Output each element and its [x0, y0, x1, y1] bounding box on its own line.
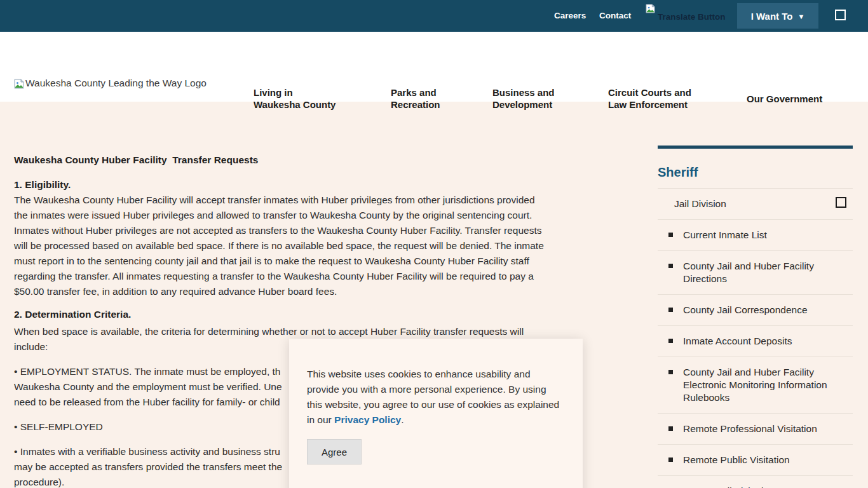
sidebar-item-jail-division[interactable]: Jail Division: [658, 189, 853, 220]
sidebar-item-county-jail-visitation[interactable]: County Jail Visitation: [658, 476, 853, 488]
translate-alt-text: Translate Button: [658, 12, 726, 22]
paragraph-line: Waukesha County and the employment must …: [14, 379, 282, 395]
nav-living-in-waukesha-county[interactable]: Living in Waukesha County: [254, 86, 336, 111]
careers-link[interactable]: Careers: [554, 11, 586, 20]
sidebar-accent-bar: [658, 146, 853, 149]
site-logo[interactable]: Waukesha County Leading the Way Logo: [14, 78, 207, 89]
cookie-message-period: .: [401, 414, 403, 425]
translate-button[interactable]: Translate Button: [646, 3, 727, 29]
eligibility-heading: 1. Eligibility.: [14, 179, 71, 191]
paragraph-line: procedure).: [14, 475, 282, 488]
cookie-consent-dialog: This website uses cookies to enhance usa…: [289, 339, 583, 488]
square-bullet-icon: [668, 264, 673, 268]
cookie-message: This website uses cookies to enhance usa…: [307, 367, 560, 428]
page-title: Waukesha County Huber Facility Transfer …: [14, 154, 258, 166]
square-bullet-icon: [668, 308, 673, 312]
logo-alt-text: Waukesha County Leading the Way Logo: [25, 78, 207, 89]
square-bullet-icon: [668, 233, 673, 237]
privacy-policy-link[interactable]: Privacy Policy: [334, 414, 401, 425]
broken-image-icon: [646, 4, 655, 13]
sidebar-item-inmate-account-deposits[interactable]: Inmate Account Deposits: [658, 326, 853, 357]
sidebar-item-jail-huber-directions[interactable]: County Jail and Huber Facility Direction…: [658, 251, 853, 295]
sidebar-item-electronic-monitoring-rulebooks[interactable]: County Jail and Huber Facility Electroni…: [658, 357, 853, 414]
agree-button[interactable]: Agree: [307, 439, 362, 464]
site-header: Waukesha County Leading the Way Logo Liv…: [0, 32, 868, 102]
sidebar-item-label: County Jail and Huber Facility Electroni…: [683, 367, 827, 403]
paragraph-line: • EMPLOYMENT STATUS. The inmate must be …: [14, 364, 282, 379]
sidebar-item-label: Jail Division: [674, 198, 726, 209]
sidebar-heading: Sheriff: [658, 165, 853, 180]
paragraph-line: Inmates without Huber privileges are not…: [14, 223, 544, 238]
chevron-down-icon: ▼: [797, 13, 804, 20]
sidebar-item-remote-public-visitation[interactable]: Remote Public Visitation: [658, 445, 853, 476]
business-activity-bullet: • Inmates with a verifiable business act…: [14, 444, 282, 488]
nav-business-and-development[interactable]: Business and Development: [492, 86, 555, 111]
sidebar-item-label: Inmate Account Deposits: [683, 336, 792, 346]
square-bullet-icon: [668, 339, 673, 343]
paragraph-line: The Waukesha County Huber Facility will …: [14, 193, 544, 208]
search-icon[interactable]: [835, 10, 846, 20]
sidebar-item-label: Remote Professional Visitation: [683, 423, 817, 434]
sidebar-item-label: Current Inmate List: [683, 229, 767, 240]
eligibility-paragraph: The Waukesha County Huber Facility will …: [14, 193, 544, 299]
paragraph-line: When bed space is available, the criteri…: [14, 324, 524, 339]
paragraph-line: may be accepted as transfers provided th…: [14, 459, 282, 475]
top-utility-bar: Careers Contact Translate Button I Want …: [0, 0, 868, 32]
expand-toggle-icon[interactable]: [836, 197, 846, 208]
i-want-to-button[interactable]: I Want To ▼: [737, 3, 818, 29]
sidebar-item-label: Remote Public Visitation: [683, 454, 790, 465]
sheriff-sidebar: Sheriff Jail Division Current Inmate Lis…: [658, 146, 853, 488]
paragraph-line: • Inmates with a verifiable business act…: [14, 444, 282, 459]
nav-circuit-courts-and-law-enforcement[interactable]: Circuit Courts and Law Enforcement: [608, 86, 691, 111]
sidebar-item-remote-professional-visitation[interactable]: Remote Professional Visitation: [658, 414, 853, 445]
paragraph-line: $50.00 transfer fee, in addition to any …: [14, 284, 544, 299]
sidebar-item-label: County Jail and Huber Facility Direction…: [683, 261, 814, 284]
square-bullet-icon: [668, 458, 673, 462]
square-bullet-icon: [668, 426, 673, 431]
employment-status-bullet: • EMPLOYMENT STATUS. The inmate must be …: [14, 364, 282, 410]
paragraph-line: regarding the transfer. All inmates requ…: [14, 269, 544, 284]
contact-link[interactable]: Contact: [599, 11, 631, 20]
paragraph-line: the inmates were issued Huber privileges…: [14, 208, 544, 223]
sidebar-nav-list: Jail Division Current Inmate List County…: [658, 188, 853, 488]
sidebar-item-label: County Jail Visitation: [683, 485, 775, 488]
self-employed-bullet: • SELF-EMPLOYED: [14, 419, 103, 435]
determination-criteria-heading: 2. Determination Criteria.: [14, 309, 131, 320]
i-want-to-label: I Want To: [751, 11, 793, 22]
sidebar-item-current-inmate-list[interactable]: Current Inmate List: [658, 220, 853, 251]
paragraph-line: must report in to the sentencing county …: [14, 254, 544, 269]
broken-image-icon: [14, 79, 24, 89]
sidebar-item-jail-correspondence[interactable]: County Jail Correspondence: [658, 295, 853, 326]
paragraph-line: need to be released from the Huber facil…: [14, 395, 282, 410]
sidebar-item-label: County Jail Correspondence: [683, 304, 808, 315]
nav-parks-and-recreation[interactable]: Parks and Recreation: [391, 86, 440, 111]
nav-our-government[interactable]: Our Government: [747, 93, 822, 105]
paragraph-line: will be processed based on available bed…: [14, 238, 544, 254]
square-bullet-icon: [668, 370, 673, 374]
